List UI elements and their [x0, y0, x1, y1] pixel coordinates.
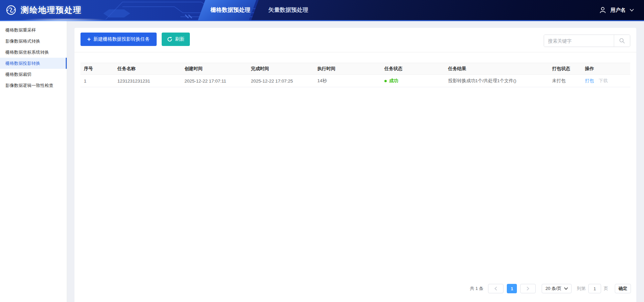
table-header-row: 序号 任务名称 创建时间 完成时间 执行时间 任务状态 任务结果 打包状态 操作	[80, 63, 630, 75]
tab-raster-preprocessing[interactable]: 栅格数据预处理	[207, 0, 254, 20]
package-link[interactable]: 打包	[585, 78, 594, 83]
sidebar-item-raster-projection-convert[interactable]: 栅格数据投影转换	[0, 58, 67, 69]
col-duration: 执行时间	[314, 63, 381, 75]
refresh-icon	[167, 37, 172, 42]
task-table: 序号 任务名称 创建时间 完成时间 执行时间 任务状态 任务结果 打包状态 操作…	[80, 63, 630, 87]
goto-page-input[interactable]	[588, 284, 601, 293]
header-dark-wedge	[251, 0, 644, 20]
prev-page-icon	[494, 287, 497, 291]
user-menu[interactable]: 用户名	[599, 0, 634, 20]
cell-actions: 打包 下载	[582, 75, 630, 87]
cell-task-name: 1231231231231	[114, 75, 181, 87]
app-brand: 测绘地理预处理	[5, 0, 82, 20]
cell-duration: 14秒	[314, 75, 381, 87]
task-table-container: 序号 任务名称 创建时间 完成时间 执行时间 任务状态 任务结果 打包状态 操作…	[74, 52, 636, 87]
cell-index: 1	[80, 75, 114, 87]
sidebar-item-raster-resample[interactable]: 栅格数据重采样	[0, 24, 67, 36]
sidebar-item-raster-coordsys-convert[interactable]: 栅格数据坐标系统转换	[0, 47, 67, 58]
chevron-down-icon	[630, 9, 634, 12]
table-row: 1 1231231231231 2025-12-22 17:07:11 2025…	[80, 75, 630, 87]
page-number-button[interactable]: 1	[507, 284, 517, 293]
next-page-button[interactable]	[520, 284, 536, 293]
cell-finished-at: 2025-12-22 17:07:25	[248, 75, 314, 87]
prev-page-button[interactable]	[488, 284, 503, 293]
refresh-button[interactable]: 刷新	[162, 33, 190, 46]
col-status: 任务状态	[381, 63, 445, 75]
search-box	[544, 35, 630, 47]
new-task-button[interactable]: + 新建栅格数据投影转换任务	[80, 33, 157, 46]
next-page-icon	[526, 287, 530, 291]
main-content-card: + 新建栅格数据投影转换任务 刷新	[74, 28, 636, 302]
search-button[interactable]	[614, 35, 630, 47]
sidebar-item-image-format-convert[interactable]: 影像数据格式转换	[0, 36, 67, 47]
user-name: 用户名	[610, 7, 626, 13]
tab-vector-preprocessing[interactable]: 矢量数据预处理	[268, 0, 308, 20]
download-link: 下载	[599, 78, 608, 83]
pagination: 共 1 条 1 20 条/页 到第 页 确定	[470, 284, 631, 293]
col-finished-at: 完成时间	[248, 63, 314, 75]
refresh-label: 刷新	[175, 36, 184, 42]
page-size-label: 20 条/页	[545, 286, 561, 292]
header-bottom-line	[0, 20, 644, 21]
sidebar-item-image-logic-check[interactable]: 影像数据逻辑一致性检查	[0, 80, 67, 91]
search-input[interactable]	[544, 35, 614, 47]
toolbar: + 新建栅格数据投影转换任务 刷新	[74, 28, 636, 52]
app-title: 测绘地理预处理	[21, 5, 82, 15]
col-result: 任务结果	[445, 63, 549, 75]
select-arrow-icon	[564, 287, 568, 290]
new-task-label: 新建栅格数据投影转换任务	[94, 36, 150, 42]
cell-package-status: 未打包	[549, 75, 582, 87]
col-actions: 操作	[582, 63, 630, 75]
col-index: 序号	[80, 63, 114, 75]
search-icon	[619, 38, 625, 44]
pagination-total: 共 1 条	[470, 286, 483, 292]
cell-result: 投影转换成功1个/共处理1个文件()	[445, 75, 549, 87]
sidebar: 栅格数据重采样 影像数据格式转换 栅格数据坐标系统转换 栅格数据投影转换 栅格数…	[0, 21, 67, 302]
col-created-at: 创建时间	[181, 63, 248, 75]
plus-icon: +	[87, 36, 91, 42]
sidebar-item-raster-clip[interactable]: 栅格数据裁切	[0, 69, 67, 80]
status-dot	[384, 80, 387, 82]
col-task-name: 任务名称	[114, 63, 181, 75]
goto-suffix-label: 页	[604, 286, 608, 292]
user-icon	[599, 6, 606, 14]
cell-status: 成功	[381, 75, 445, 87]
page-size-select[interactable]: 20 条/页	[542, 284, 572, 293]
app-header: 测绘地理预处理 栅格数据预处理 矢量数据预处理 用户名	[0, 0, 644, 20]
status-text: 成功	[389, 78, 398, 84]
goto-prefix-label: 到第	[577, 286, 586, 292]
logo-icon	[5, 4, 17, 16]
goto-confirm-button[interactable]: 确定	[615, 284, 631, 293]
col-package-status: 打包状态	[549, 63, 582, 75]
cell-created-at: 2025-12-22 17:07:11	[181, 75, 248, 87]
